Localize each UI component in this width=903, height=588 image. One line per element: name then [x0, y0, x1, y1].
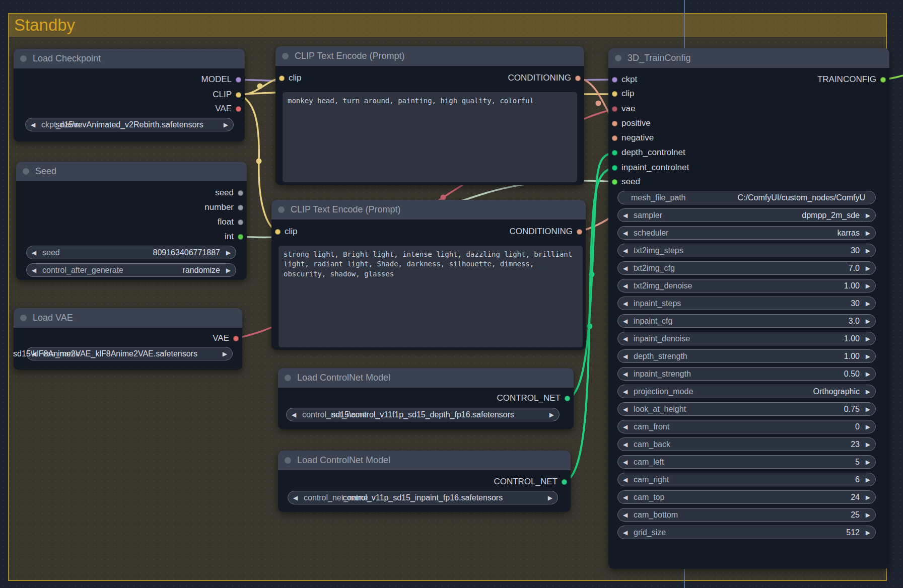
next-arrow-icon[interactable]: ▶: [224, 122, 228, 128]
inpaint-steps-widget[interactable]: ◀inpaint_steps30▶: [617, 297, 876, 310]
prev-arrow-icon[interactable]: ◀: [623, 424, 628, 430]
collapse-dot[interactable]: [20, 55, 27, 62]
number-port-dot[interactable]: [238, 205, 243, 210]
input-ckpt[interactable]: ckpt: [612, 74, 637, 85]
prev-arrow-icon[interactable]: ◀: [623, 301, 628, 307]
prev-arrow-icon[interactable]: ◀: [623, 512, 628, 518]
seed-port-dot[interactable]: [612, 179, 617, 185]
clip-port-dot[interactable]: [612, 91, 617, 97]
next-arrow-icon[interactable]: ▶: [226, 250, 231, 256]
prompt-textarea[interactable]: monkey head, turn around, painting, high…: [283, 92, 577, 182]
conditioning-port-dot[interactable]: [575, 76, 581, 81]
clip-port-dot[interactable]: [236, 92, 241, 98]
cam-top-widget[interactable]: ◀cam_top24▶: [617, 490, 876, 504]
output-seed[interactable]: seed: [215, 187, 243, 198]
output-control-net[interactable]: CONTROL_NET: [497, 393, 570, 404]
group-title[interactable]: Standby: [14, 16, 75, 35]
next-arrow-icon[interactable]: ▶: [866, 512, 870, 518]
node-header[interactable]: 3D_TrainConfig: [608, 48, 889, 68]
clip-port-dot[interactable]: [279, 76, 285, 81]
prev-arrow-icon[interactable]: ◀: [623, 336, 628, 342]
node-header[interactable]: CLIP Text Encode (Prompt): [271, 200, 586, 219]
inpaint-controlnet-port-dot[interactable]: [612, 165, 617, 171]
node-load-checkpoint[interactable]: Load Checkpoint MODEL CLIP VAE ◀ ckpt_na…: [14, 49, 245, 141]
node-header[interactable]: CLIP Text Encode (Prompt): [275, 46, 584, 66]
next-arrow-icon[interactable]: ▶: [866, 283, 870, 289]
positive-port-dot[interactable]: [612, 121, 617, 126]
prev-arrow-icon[interactable]: ◀: [623, 406, 628, 412]
seed-value-widget[interactable]: ◀ seed 809163406771887 ▶: [26, 246, 236, 259]
depth-strength-widget[interactable]: ◀depth_strength1.00▶: [617, 349, 876, 363]
input-clip[interactable]: clip: [279, 72, 302, 84]
prev-arrow-icon[interactable]: ◀: [623, 530, 628, 536]
next-arrow-icon[interactable]: ▶: [866, 424, 870, 430]
next-arrow-icon[interactable]: ▶: [866, 301, 870, 307]
trainconfig-port-dot[interactable]: [880, 77, 886, 83]
control-net-port-dot[interactable]: [562, 479, 567, 485]
node-header[interactable]: Load ControlNet Model: [278, 368, 574, 388]
ckpt-name-widget[interactable]: ◀ ckpt_name sd15\revAnimated_v2Rebirth.s…: [25, 118, 234, 131]
control-net-name-widget[interactable]: ◀ control_net_name control_v11p_sd15_inp…: [288, 491, 558, 504]
output-control-net[interactable]: CONTROL_NET: [494, 476, 567, 487]
prev-arrow-icon[interactable]: ◀: [31, 122, 35, 128]
output-vae[interactable]: VAE: [215, 103, 241, 114]
next-arrow-icon[interactable]: ▶: [548, 495, 552, 501]
int-port-dot[interactable]: [238, 234, 243, 240]
output-float[interactable]: float: [218, 216, 243, 228]
node-clip-text-encode-negative[interactable]: CLIP Text Encode (Prompt) clip CONDITION…: [271, 200, 586, 350]
seed-port-dot[interactable]: [238, 190, 243, 196]
output-vae[interactable]: VAE: [213, 333, 239, 344]
control-after-generate-widget[interactable]: ◀ control_after_generate randomize ▶: [26, 263, 236, 277]
collapse-dot[interactable]: [285, 457, 291, 464]
input-negative[interactable]: negative: [612, 132, 654, 143]
prev-arrow-icon[interactable]: ◀: [32, 250, 36, 256]
node-load-controlnet-depth[interactable]: Load ControlNet Model CONTROL_NET ◀ cont…: [278, 368, 574, 429]
next-arrow-icon[interactable]: ▶: [866, 477, 870, 483]
next-arrow-icon[interactable]: ▶: [866, 212, 870, 218]
next-arrow-icon[interactable]: ▶: [866, 248, 870, 254]
node-load-controlnet-inpaint[interactable]: Load ControlNet Model CONTROL_NET ◀ cont…: [278, 451, 571, 512]
negative-port-dot[interactable]: [612, 135, 617, 141]
output-trainconfig[interactable]: TRAINCONFIG: [817, 74, 886, 85]
model-port-dot[interactable]: [236, 77, 241, 83]
cam-front-widget[interactable]: ◀cam_front0▶: [617, 420, 876, 433]
next-arrow-icon[interactable]: ▶: [866, 494, 870, 500]
prev-arrow-icon[interactable]: ◀: [623, 389, 628, 395]
sampler-widget[interactable]: ◀samplerdpmpp_2m_sde▶: [617, 208, 876, 222]
node-header[interactable]: Seed: [16, 162, 247, 181]
prev-arrow-icon[interactable]: ◀: [623, 230, 628, 236]
collapse-dot[interactable]: [285, 375, 291, 381]
float-port-dot[interactable]: [238, 219, 243, 225]
vae-port-dot[interactable]: [612, 106, 617, 112]
prev-arrow-icon[interactable]: ◀: [623, 265, 628, 271]
txt2img-steps-widget[interactable]: ◀txt2img_steps30▶: [617, 244, 876, 257]
next-arrow-icon[interactable]: ▶: [866, 389, 870, 395]
mesh-file-path-widget[interactable]: mesh_file_path C:/ComfyUI/custom_nodes/C…: [617, 191, 876, 204]
prev-arrow-icon[interactable]: ◀: [623, 318, 628, 324]
node-header[interactable]: Load Checkpoint: [14, 49, 245, 68]
next-arrow-icon[interactable]: ▶: [866, 459, 870, 465]
grid-size-widget[interactable]: ◀grid_size512▶: [617, 526, 876, 539]
prompt-textarea[interactable]: strong light, Bright light, intense ligh…: [279, 246, 583, 347]
output-int[interactable]: int: [225, 231, 243, 242]
inpaint-cfg-widget[interactable]: ◀inpaint_cfg3.0▶: [617, 314, 876, 328]
txt2img-cfg-widget[interactable]: ◀txt2img_cfg7.0▶: [617, 261, 876, 275]
input-seed[interactable]: seed: [612, 176, 640, 187]
input-clip[interactable]: clip: [612, 88, 635, 99]
next-arrow-icon[interactable]: ▶: [226, 267, 231, 273]
prev-arrow-icon[interactable]: ◀: [293, 495, 298, 501]
node-canvas[interactable]: Standby Load Checkpoint MODEL CLIP: [0, 0, 903, 588]
collapse-dot[interactable]: [20, 315, 27, 321]
cam-right-widget[interactable]: ◀cam_right6▶: [617, 473, 876, 486]
node-seed[interactable]: Seed seed number float int ◀ seed 809163…: [16, 162, 247, 280]
collapse-dot[interactable]: [23, 168, 29, 175]
input-depth-controlnet[interactable]: depth_controlnet: [612, 147, 685, 158]
prev-arrow-icon[interactable]: ◀: [623, 371, 628, 377]
next-arrow-icon[interactable]: ▶: [866, 336, 870, 342]
prev-arrow-icon[interactable]: ◀: [623, 212, 628, 218]
collapse-dot[interactable]: [282, 53, 289, 59]
node-load-vae[interactable]: Load VAE VAE ◀ vae_name sd15\klF8Anime2V…: [14, 308, 242, 370]
inpaint-strength-widget[interactable]: ◀inpaint_strength0.50▶: [617, 367, 876, 381]
next-arrow-icon[interactable]: ▶: [866, 318, 870, 324]
txt2img-denoise-widget[interactable]: ◀txt2img_denoise1.00▶: [617, 279, 876, 292]
